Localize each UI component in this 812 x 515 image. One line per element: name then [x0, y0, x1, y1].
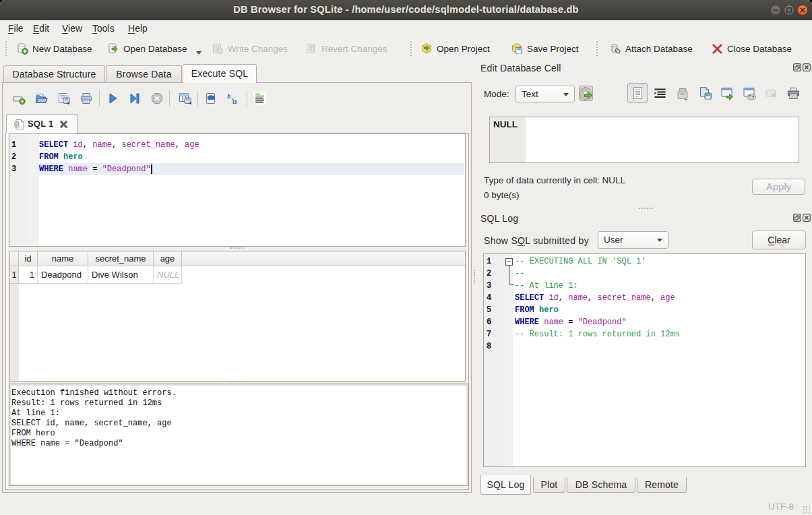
svg-text:b: b — [227, 92, 231, 100]
